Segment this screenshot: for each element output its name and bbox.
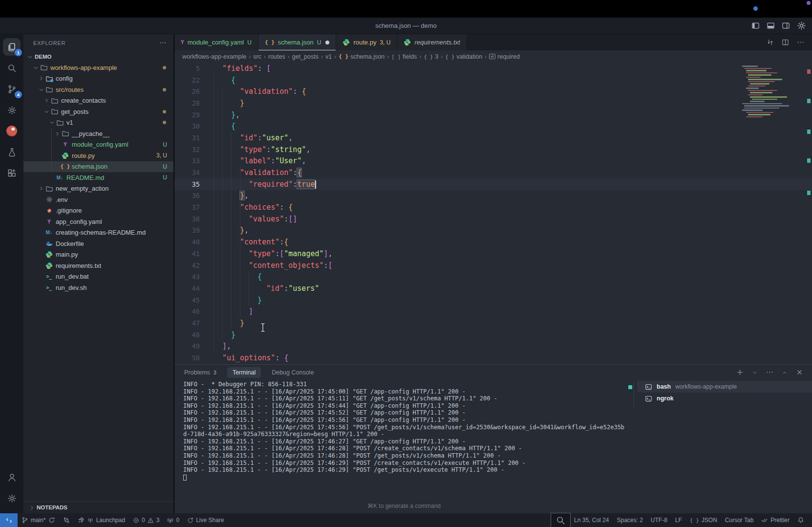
code-line[interactable]: 46] bbox=[174, 306, 812, 317]
code-line[interactable]: 43{ bbox=[174, 271, 812, 283]
status-notifications[interactable] bbox=[793, 513, 808, 527]
code-line[interactable]: 37"choices": { bbox=[174, 201, 812, 213]
code-line[interactable]: 36}, bbox=[174, 190, 812, 202]
code-line[interactable]: 49], bbox=[174, 341, 812, 352]
plus-icon[interactable] bbox=[736, 369, 744, 376]
code-line[interactable]: 47} bbox=[174, 317, 812, 329]
code-line[interactable]: 5"fields": [ bbox=[174, 63, 812, 74]
breadcrumb-item-schema-json[interactable]: { }schema.json bbox=[339, 53, 385, 60]
code-line[interactable]: 42"content_objects":[ bbox=[174, 260, 812, 271]
breadcrumb-item-3[interactable]: { }3 bbox=[424, 53, 438, 60]
code-line[interactable]: 33"label":"User", bbox=[174, 155, 812, 167]
chevron-up-icon[interactable] bbox=[782, 370, 788, 375]
status-indentation[interactable]: Spaces: 2 bbox=[613, 513, 646, 527]
tab-schema-json[interactable]: { }schema.jsonU bbox=[258, 34, 337, 50]
activity-accounts[interactable] bbox=[3, 468, 21, 486]
code-line[interactable]: 30{ bbox=[174, 120, 812, 132]
tree-item-config[interactable]: config bbox=[23, 73, 173, 85]
tab-module-config-yaml[interactable]: Ymodule_config.yamlU bbox=[174, 34, 258, 50]
code-line[interactable]: 22{ bbox=[174, 74, 812, 86]
status-formatter[interactable]: Prettier bbox=[757, 513, 793, 527]
code-line[interactable]: 34"validation":{ bbox=[174, 167, 812, 178]
status-eol[interactable]: LF bbox=[671, 513, 686, 527]
close-icon[interactable] bbox=[796, 369, 803, 376]
activity-source-control[interactable]: 4 bbox=[3, 80, 21, 98]
status-cursor-position[interactable]: Ln 35, Col 24 bbox=[570, 513, 613, 527]
tree-item-app-config-yaml[interactable]: Yapp_config.yaml bbox=[23, 216, 173, 227]
code-line[interactable]: 31"id":"user", bbox=[174, 132, 812, 144]
more-icon[interactable] bbox=[766, 369, 773, 376]
activity-beaker[interactable] bbox=[3, 143, 21, 161]
code-line[interactable]: 28} bbox=[174, 97, 812, 109]
tab-route-py[interactable]: route.py3, U bbox=[336, 34, 397, 50]
activity-search[interactable] bbox=[3, 59, 21, 77]
code-line[interactable]: 44"id":"users" bbox=[174, 283, 812, 294]
code-editor[interactable]: 5"fields": [22{26"validation": {28}29},3… bbox=[174, 63, 812, 364]
code-line[interactable]: 38"values":[] bbox=[174, 213, 812, 225]
terminal-instance-bash[interactable]: bashworkflows-app-example bbox=[637, 381, 812, 393]
status-live-share[interactable]: Live Share bbox=[183, 513, 228, 527]
layout-sidebar-left-icon[interactable] bbox=[751, 22, 760, 30]
tree-item-schema-json[interactable]: { }schema.jsonU bbox=[23, 161, 173, 173]
tree-item-run-dev-sh[interactable]: >_run_dev.sh bbox=[23, 282, 173, 293]
terminal-instance-ngrok[interactable]: ngrok bbox=[637, 393, 812, 404]
panel-divider[interactable] bbox=[634, 382, 634, 408]
breadcrumb-item-required[interactable]: ⇄required bbox=[489, 53, 520, 60]
tree-item-src-routes[interactable]: src/routes bbox=[23, 84, 173, 95]
status-remote-indicator[interactable] bbox=[0, 513, 18, 527]
tree-item-get-posts[interactable]: get_posts bbox=[23, 106, 173, 117]
tree-item-create-contacts[interactable]: create_contacts bbox=[23, 95, 173, 107]
status-search-toggle[interactable] bbox=[551, 513, 570, 527]
chevron-down-icon[interactable] bbox=[752, 370, 758, 375]
sidebar-section-demo[interactable]: DEMO bbox=[23, 51, 173, 62]
sidebar-section-notepads[interactable]: NOTEPADS bbox=[23, 501, 173, 513]
layout-panel-bottom-icon[interactable] bbox=[767, 22, 775, 30]
code-line-active[interactable]: 35"required":true bbox=[174, 178, 812, 190]
terminal-output[interactable]: INFO - * Debugger PIN: 856-118-331INFO -… bbox=[183, 381, 638, 481]
tree-item-run-dev-bat[interactable]: >_run_dev.bat bbox=[23, 271, 173, 283]
code-line[interactable]: 45} bbox=[174, 294, 812, 306]
panel-tab-debug-console[interactable]: Debug Console bbox=[272, 369, 314, 376]
activity-extensions[interactable] bbox=[3, 164, 21, 182]
minimap[interactable] bbox=[742, 66, 803, 118]
tree-item--pycache-[interactable]: __pycache__ bbox=[23, 128, 173, 139]
breadcrumb-item-fields[interactable]: [ ]fields bbox=[391, 53, 417, 60]
tree-item-main-py[interactable]: main.py bbox=[23, 249, 173, 261]
tree-item-new-empty-action[interactable]: new_empty_action bbox=[23, 183, 173, 195]
tree-item-requirements-txt[interactable]: requirements.txt bbox=[23, 260, 173, 271]
panel-tab-terminal[interactable]: Terminal bbox=[227, 367, 261, 378]
explorer-more-actions-icon[interactable] bbox=[159, 39, 167, 46]
tree-item--gitignore[interactable]: .gitignore bbox=[23, 205, 173, 217]
breadcrumb-item-routes[interactable]: routes bbox=[268, 53, 285, 60]
breadcrumb-item-validation[interactable]: { }validation bbox=[445, 53, 482, 60]
tree-item-v1[interactable]: v1 bbox=[23, 117, 173, 129]
code-line[interactable]: 29}, bbox=[174, 109, 812, 121]
activity-extension-globe[interactable] bbox=[3, 122, 21, 140]
code-line[interactable]: 26"validation": { bbox=[174, 86, 812, 97]
status-launchpad[interactable]: Launchpad bbox=[74, 513, 129, 527]
tree-item-readme-md[interactable]: M↓README.mdU bbox=[23, 172, 173, 183]
tree-item--env[interactable]: .env bbox=[23, 194, 173, 205]
code-line[interactable]: 32"type":"string", bbox=[174, 144, 812, 155]
tab-requirements-txt[interactable]: requirements.txt bbox=[397, 34, 467, 50]
tree-item-dockerfile[interactable]: Dockerfile bbox=[23, 238, 173, 249]
breadcrumb-item-workflows-app-example[interactable]: workflows-app-example bbox=[182, 53, 246, 60]
code-line[interactable]: 40"content":{ bbox=[174, 236, 812, 248]
status-language-mode[interactable]: { }JSON bbox=[686, 513, 721, 527]
tree-item-module-config-yaml[interactable]: Ymodule_config.yamlU bbox=[23, 139, 173, 151]
activity-settings-gear[interactable] bbox=[3, 489, 21, 507]
status-git-compare[interactable] bbox=[59, 513, 74, 527]
status-problems-summary[interactable]: 03 bbox=[129, 513, 163, 527]
code-line[interactable]: 41"type":["managed"], bbox=[174, 248, 812, 260]
status-cursor-tab[interactable]: Cursor Tab bbox=[721, 513, 757, 527]
tree-item-route-py[interactable]: route.py3, U bbox=[23, 150, 173, 161]
tree-item-creating-schemas-readme-md[interactable]: M↓creating-schemas-README.md bbox=[23, 227, 173, 239]
layout-sidebar-right-icon[interactable] bbox=[782, 22, 790, 30]
status-ports[interactable]: 0 bbox=[163, 513, 183, 527]
more-icon[interactable] bbox=[797, 39, 804, 46]
activity-debug-gear[interactable] bbox=[3, 101, 21, 119]
status-encoding[interactable]: UTF-8 bbox=[647, 513, 671, 527]
status-git-branch[interactable]: main* bbox=[18, 513, 59, 527]
open-changes-icon[interactable] bbox=[767, 39, 774, 46]
tree-item-workflows-app-example[interactable]: workflows-app-example bbox=[23, 62, 173, 73]
